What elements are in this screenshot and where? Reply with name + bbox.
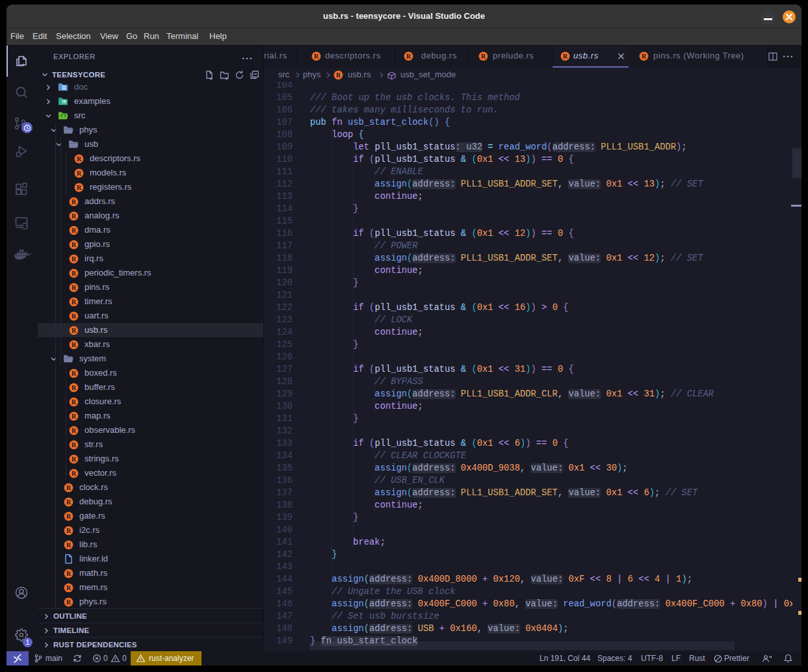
svg-text:R: R [66,570,72,577]
svg-text:R: R [72,313,77,320]
svg-text:R: R [72,298,77,305]
svg-text:R: R [66,584,72,591]
svg-text:R: R [77,184,82,191]
svg-text:R: R [72,227,77,234]
svg-text:R: R [563,53,568,60]
svg-text:R: R [72,341,77,348]
svg-text:R: R [72,198,77,205]
svg-text:R: R [72,241,77,248]
svg-text:R: R [72,413,77,420]
svg-text:R: R [336,71,341,79]
svg-text:R: R [72,398,77,406]
svg-text:R: R [642,53,647,60]
svg-text:R: R [72,441,77,448]
svg-text:R: R [77,155,82,162]
svg-text:R: R [72,284,77,291]
svg-text:R: R [66,513,72,520]
svg-text:R: R [72,384,77,391]
svg-text:R: R [72,270,77,277]
svg-text:R: R [66,527,72,534]
svg-text:R: R [66,498,72,506]
svg-text:R: R [72,255,77,263]
svg-text:R: R [77,170,82,177]
svg-text:R: R [314,53,319,60]
svg-text:R: R [66,599,72,606]
svg-text:R: R [72,327,77,334]
svg-text:R: R [66,484,72,491]
svg-text:R: R [481,53,486,60]
svg-text:R: R [72,370,77,377]
svg-text:R: R [66,541,72,549]
svg-text:R: R [72,427,77,434]
svg-text:R: R [72,456,77,463]
svg-text:R: R [72,213,77,220]
svg-text:R: R [72,470,77,477]
svg-text:R: R [406,53,411,60]
